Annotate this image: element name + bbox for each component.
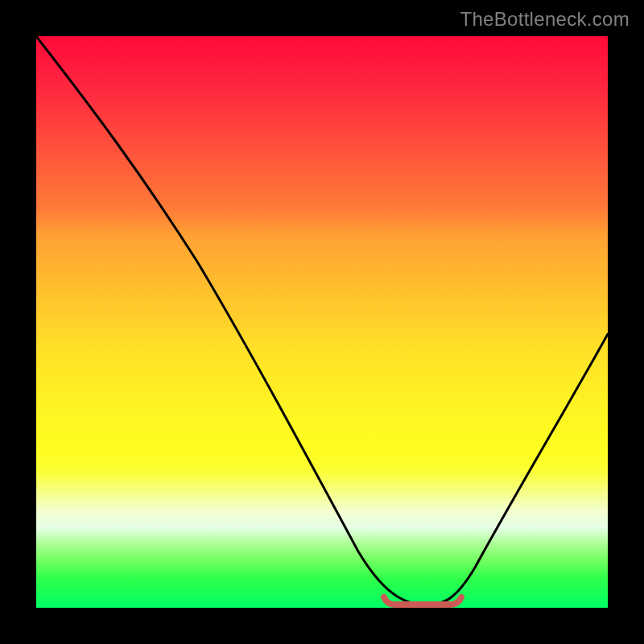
chart-svg (36, 36, 608, 608)
chart-plot-area (36, 36, 608, 608)
watermark-text: TheBottleneck.com (460, 8, 630, 31)
main-curve (36, 36, 608, 605)
